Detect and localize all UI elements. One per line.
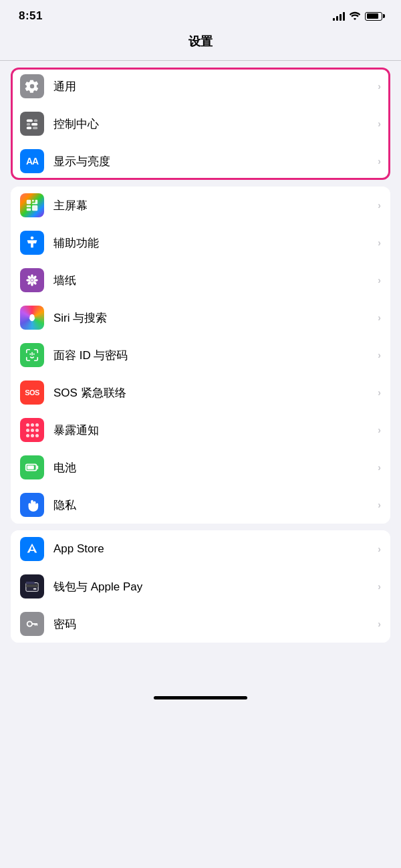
settings-row-passwords[interactable]: 密码 › bbox=[11, 605, 390, 643]
svg-point-18 bbox=[33, 279, 37, 282]
wallet-icon bbox=[20, 574, 44, 599]
settings-row-display[interactable]: AA 显示与亮度 › bbox=[11, 142, 390, 180]
svg-rect-5 bbox=[33, 127, 37, 130]
battery-settings-icon bbox=[20, 455, 44, 479]
appstore-label: App Store bbox=[53, 542, 378, 556]
passwords-label: 密码 bbox=[53, 617, 378, 632]
settings-row-exposure[interactable]: 暴露通知 › bbox=[11, 411, 390, 449]
appstore-icon bbox=[20, 537, 44, 561]
settings-row-sos[interactable]: SOS SOS 紧急联络 › bbox=[11, 374, 390, 411]
settings-row-faceid[interactable]: 面容 ID 与密码 › bbox=[11, 336, 390, 374]
svg-point-16 bbox=[31, 282, 33, 286]
battery-icon bbox=[365, 12, 382, 21]
gear-icon bbox=[20, 74, 44, 98]
battery-label: 电池 bbox=[53, 460, 378, 475]
chevron-icon: › bbox=[378, 312, 381, 323]
svg-point-30 bbox=[27, 621, 32, 626]
chevron-icon: › bbox=[378, 275, 381, 286]
status-time: 8:51 bbox=[19, 9, 43, 23]
svg-rect-3 bbox=[31, 123, 37, 126]
settings-row-wallet[interactable]: 钱包与 Apple Pay › bbox=[11, 568, 390, 605]
chevron-icon: › bbox=[378, 462, 381, 473]
toggles-icon bbox=[20, 112, 44, 136]
svg-rect-1 bbox=[34, 120, 38, 122]
flower-icon bbox=[20, 268, 44, 292]
svg-rect-2 bbox=[27, 123, 31, 126]
svg-rect-27 bbox=[26, 584, 38, 587]
settings-row-accessibility[interactable]: 辅助功能 › bbox=[11, 224, 390, 261]
homescreen-label: 主屏幕 bbox=[53, 198, 378, 213]
chevron-icon: › bbox=[378, 350, 381, 360]
chevron-icon: › bbox=[378, 544, 381, 554]
display-label: 显示与亮度 bbox=[53, 154, 378, 169]
settings-row-homescreen[interactable]: 主屏幕 › bbox=[11, 187, 390, 224]
settings-row-general[interactable]: 通用 › bbox=[11, 68, 390, 105]
svg-rect-7 bbox=[32, 200, 34, 202]
settings-row-appstore[interactable]: App Store › bbox=[11, 530, 390, 568]
settings-group-general: 通用 › 控制中心 › AA 显示与亮度 › bbox=[11, 68, 390, 180]
home-indicator bbox=[154, 696, 247, 699]
svg-rect-4 bbox=[27, 127, 31, 130]
chevron-icon: › bbox=[378, 81, 381, 92]
status-bar: 8:51 bbox=[0, 0, 401, 28]
chevron-icon: › bbox=[378, 387, 381, 398]
sos-icon: SOS bbox=[20, 381, 44, 405]
faceid-label: 面容 ID 与密码 bbox=[53, 348, 378, 363]
settings-group-appstore: App Store › 钱包与 Apple Pay › 密码 › bbox=[11, 530, 390, 643]
chevron-icon: › bbox=[378, 237, 381, 248]
faceid-icon bbox=[20, 343, 44, 367]
svg-point-13 bbox=[31, 236, 34, 239]
svg-rect-29 bbox=[26, 582, 35, 584]
chevron-icon: › bbox=[378, 425, 381, 435]
accessibility-icon bbox=[20, 231, 44, 255]
exposure-icon bbox=[20, 418, 44, 442]
status-icons bbox=[333, 11, 382, 21]
svg-rect-28 bbox=[33, 588, 37, 590]
chevron-icon: › bbox=[378, 500, 381, 510]
grid-icon bbox=[20, 193, 44, 217]
chevron-icon: › bbox=[378, 156, 381, 167]
settings-group-homescreen: 主屏幕 › 辅助功能 › 墙纸 bbox=[11, 187, 390, 524]
chevron-icon: › bbox=[378, 200, 381, 211]
general-label: 通用 bbox=[53, 79, 378, 94]
wifi-icon bbox=[349, 11, 361, 21]
page-title-bar: 设置 bbox=[0, 28, 401, 60]
settings-row-siri[interactable]: Siri 与搜索 › bbox=[11, 299, 390, 336]
chevron-icon: › bbox=[378, 619, 381, 629]
svg-rect-10 bbox=[27, 205, 31, 207]
wallet-label: 钱包与 Apple Pay bbox=[53, 579, 378, 594]
svg-rect-11 bbox=[32, 205, 37, 211]
svg-rect-9 bbox=[32, 203, 36, 204]
svg-rect-6 bbox=[27, 200, 31, 204]
svg-rect-25 bbox=[27, 465, 34, 469]
privacy-label: 隐私 bbox=[53, 498, 378, 513]
svg-rect-12 bbox=[27, 209, 31, 211]
settings-row-wallpaper[interactable]: 墙纸 › bbox=[11, 261, 390, 299]
settings-row-privacy[interactable]: 隐私 › bbox=[11, 486, 390, 524]
page-title: 设置 bbox=[188, 35, 213, 48]
sos-label: SOS 紧急联络 bbox=[53, 385, 378, 401]
chevron-icon: › bbox=[378, 118, 381, 129]
wallpaper-label: 墙纸 bbox=[53, 273, 378, 288]
hand-icon bbox=[20, 493, 44, 517]
settings-row-control-center[interactable]: 控制中心 › bbox=[11, 105, 390, 142]
aa-icon: AA bbox=[20, 149, 44, 173]
chevron-icon: › bbox=[378, 581, 381, 592]
siri-icon bbox=[20, 306, 44, 330]
svg-point-14 bbox=[31, 279, 33, 282]
settings-row-battery[interactable]: 电池 › bbox=[11, 449, 390, 486]
exposure-label: 暴露通知 bbox=[53, 423, 378, 438]
svg-point-15 bbox=[31, 274, 33, 278]
control-center-label: 控制中心 bbox=[53, 116, 378, 132]
svg-point-17 bbox=[26, 279, 30, 282]
signal-icon bbox=[333, 11, 345, 21]
svg-rect-0 bbox=[27, 120, 33, 122]
accessibility-label: 辅助功能 bbox=[53, 235, 378, 251]
siri-label: Siri 与搜索 bbox=[53, 310, 378, 326]
key-icon bbox=[20, 612, 44, 636]
